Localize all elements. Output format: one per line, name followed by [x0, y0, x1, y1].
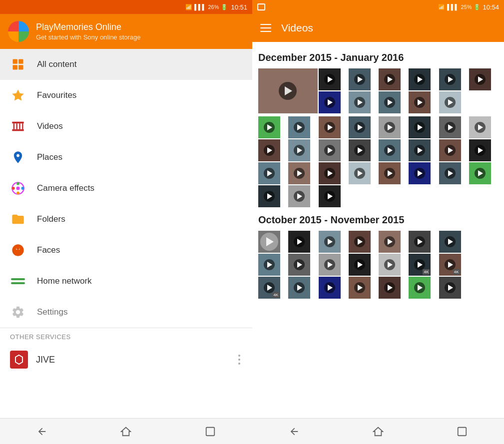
play-button[interactable] [324, 282, 335, 293]
recents-button[interactable] [447, 422, 477, 442]
video-thumbnail[interactable]: 4K [439, 254, 461, 276]
play-button[interactable] [384, 97, 395, 108]
video-thumbnail[interactable] [409, 162, 431, 184]
play-button[interactable] [414, 236, 425, 247]
video-thumbnail[interactable] [439, 231, 461, 253]
video-thumbnail[interactable]: 4K [258, 277, 280, 299]
more-options-button[interactable] [236, 353, 242, 367]
play-button[interactable] [260, 233, 278, 251]
play-button[interactable] [475, 74, 486, 85]
sidebar-item-all-content[interactable]: All content [0, 49, 252, 80]
play-button[interactable] [445, 236, 456, 247]
video-thumbnail[interactable] [319, 91, 341, 113]
video-thumbnail[interactable] [439, 91, 461, 113]
play-button[interactable] [324, 122, 335, 133]
video-thumbnail[interactable] [319, 116, 341, 138]
play-button[interactable] [445, 122, 456, 133]
play-button[interactable] [414, 97, 425, 108]
video-thumbnail[interactable] [258, 185, 280, 207]
play-button[interactable] [384, 122, 395, 133]
video-thumbnail[interactable] [439, 139, 461, 161]
video-thumbnail[interactable] [349, 162, 371, 184]
video-thumbnail[interactable] [469, 116, 491, 138]
videos-content[interactable]: December 2015 - January 2016 [252, 42, 504, 418]
video-thumbnail[interactable] [409, 116, 431, 138]
video-thumbnail[interactable] [349, 231, 371, 253]
video-thumbnail[interactable] [288, 116, 310, 138]
play-button[interactable] [414, 259, 425, 270]
video-thumbnail[interactable] [258, 254, 280, 276]
video-thumbnail[interactable] [319, 254, 341, 276]
play-button[interactable] [384, 236, 395, 247]
play-button[interactable] [324, 168, 335, 179]
video-thumbnail[interactable] [439, 68, 461, 90]
video-thumbnail[interactable] [319, 185, 341, 207]
video-thumbnail[interactable] [439, 277, 461, 299]
video-thumbnail[interactable] [409, 68, 431, 90]
play-button[interactable] [294, 168, 305, 179]
video-thumbnail[interactable] [439, 162, 461, 184]
sidebar-item-home-network[interactable]: Home network [0, 266, 252, 297]
video-thumbnail[interactable] [319, 68, 341, 90]
play-button[interactable] [445, 74, 456, 85]
video-thumbnail[interactable] [258, 231, 280, 253]
video-thumbnail[interactable]: 4K [409, 254, 431, 276]
play-button[interactable] [445, 97, 456, 108]
play-button[interactable] [264, 145, 275, 156]
play-button[interactable] [294, 122, 305, 133]
play-button[interactable] [264, 168, 275, 179]
video-thumbnail[interactable] [319, 277, 341, 299]
video-thumbnail[interactable] [288, 231, 310, 253]
home-button[interactable] [111, 422, 141, 442]
video-thumbnail[interactable] [349, 116, 371, 138]
service-item-jive[interactable]: JIVE [0, 343, 252, 377]
play-button[interactable] [354, 74, 365, 85]
play-button[interactable] [354, 236, 365, 247]
video-thumbnail[interactable] [379, 68, 401, 90]
play-button[interactable] [354, 259, 365, 270]
hamburger-menu-button[interactable] [260, 24, 271, 32]
sidebar-item-videos[interactable]: Videos [0, 111, 252, 142]
play-button[interactable] [384, 282, 395, 293]
video-thumbnail[interactable] [288, 277, 310, 299]
video-thumbnail[interactable] [379, 231, 401, 253]
play-button[interactable] [414, 282, 425, 293]
video-thumbnail[interactable] [469, 139, 491, 161]
video-thumbnail[interactable] [409, 231, 431, 253]
sidebar-item-faces[interactable]: Faces [0, 235, 252, 266]
play-button[interactable] [414, 145, 425, 156]
play-button[interactable] [384, 168, 395, 179]
play-button[interactable] [354, 168, 365, 179]
play-button[interactable] [445, 145, 456, 156]
play-button[interactable] [354, 145, 365, 156]
video-thumbnail[interactable] [379, 254, 401, 276]
play-button[interactable] [384, 145, 395, 156]
play-button[interactable] [414, 122, 425, 133]
video-thumbnail[interactable] [379, 162, 401, 184]
video-thumbnail[interactable] [288, 139, 310, 161]
sidebar-item-folders[interactable]: Folders [0, 204, 252, 235]
video-thumbnail[interactable] [288, 185, 310, 207]
play-button[interactable] [475, 122, 486, 133]
video-thumbnail[interactable] [319, 139, 341, 161]
play-button[interactable] [384, 74, 395, 85]
play-button[interactable] [264, 259, 275, 270]
video-thumbnail[interactable] [469, 162, 491, 184]
play-button[interactable] [264, 122, 275, 133]
video-thumbnail[interactable] [349, 254, 371, 276]
sidebar-item-places[interactable]: Places [0, 142, 252, 173]
video-thumbnail[interactable] [379, 139, 401, 161]
video-thumbnail[interactable] [379, 91, 401, 113]
play-button[interactable] [324, 259, 335, 270]
video-thumbnail[interactable] [349, 68, 371, 90]
video-thumbnail[interactable] [379, 116, 401, 138]
video-thumbnail[interactable] [258, 68, 318, 113]
play-button[interactable] [294, 145, 305, 156]
video-thumbnail[interactable] [288, 162, 310, 184]
play-button[interactable] [294, 282, 305, 293]
play-button[interactable] [294, 259, 305, 270]
home-button[interactable] [363, 422, 393, 442]
video-thumbnail[interactable] [319, 162, 341, 184]
play-button[interactable] [445, 168, 456, 179]
play-button[interactable] [264, 191, 275, 202]
